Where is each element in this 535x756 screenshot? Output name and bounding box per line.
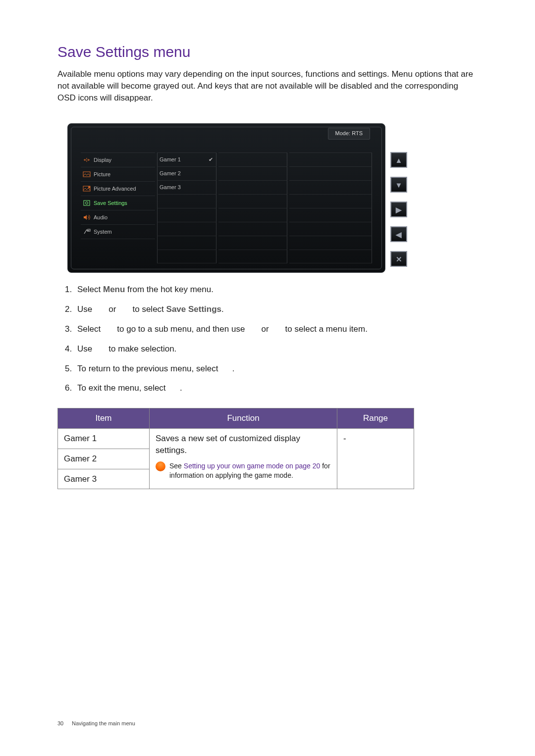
svg-point-2 <box>88 186 90 188</box>
table-header-function: Function <box>150 408 337 429</box>
osd-nav-label: Display <box>94 156 111 164</box>
cell-function: Saves a new set of customized display se… <box>150 428 337 489</box>
save-settings-keyword: Save Settings <box>166 304 222 314</box>
svg-point-4 <box>86 202 88 204</box>
osd-nav-display[interactable]: Display <box>81 152 155 167</box>
step-5: To return to the previous menu, select . <box>74 363 490 375</box>
cross-ref-link[interactable]: Setting up your own game mode on page 20 <box>184 462 321 470</box>
table-header-item: Item <box>58 408 150 429</box>
page-footer: 30 Navigating the main menu <box>57 720 135 727</box>
footer-section: Navigating the main menu <box>72 720 135 726</box>
check-icon: ✔ <box>209 156 213 163</box>
svg-rect-3 <box>84 201 90 205</box>
osd-sub-label: Gamer 1 <box>160 156 181 163</box>
osd-screenshot: Mode: RTS Display Picture <box>67 123 490 273</box>
function-text: Saves a new set of customized display se… <box>156 434 300 455</box>
step-2: Use or to select Save Settings. <box>74 303 490 315</box>
step-3: Select to go to a sub menu, and then use… <box>74 323 490 335</box>
tip-icon <box>156 461 165 471</box>
step-4: Use to make selection. <box>74 343 490 355</box>
osd-sub-column: Gamer 1 ✔ Gamer 2 Gamer 3 <box>157 152 216 263</box>
osd-sub-gamer3[interactable]: Gamer 3 <box>157 181 216 195</box>
osd-nav-picture-advanced[interactable]: Picture Advanced <box>81 182 155 196</box>
osd-nav-label: Picture <box>94 171 110 178</box>
osd-sub-gamer1[interactable]: Gamer 1 ✔ <box>157 152 216 167</box>
display-icon <box>83 157 91 163</box>
system-icon <box>83 229 91 235</box>
osd-sub-gamer2[interactable]: Gamer 2 <box>157 167 216 181</box>
osd-nav-label: Picture Advanced <box>94 185 136 193</box>
osd-nav-label: System <box>94 228 112 236</box>
table-header-range: Range <box>337 408 414 429</box>
nav-up-button[interactable]: ▲ <box>390 152 407 168</box>
osd-nav-label: Audio <box>94 214 107 221</box>
nav-down-button[interactable]: ▼ <box>390 177 407 193</box>
osd-panel: Mode: RTS Display Picture <box>67 123 385 273</box>
osd-nav-save-settings[interactable]: Save Settings <box>81 196 155 210</box>
page-title: Save Settings menu <box>57 42 490 62</box>
picture-advanced-icon <box>83 186 91 192</box>
osd-nav-picture[interactable]: Picture <box>81 167 155 182</box>
page-number: 30 <box>57 720 70 727</box>
intro-paragraph: Available menu options may vary dependin… <box>57 68 474 103</box>
nav-close-button[interactable]: ✕ <box>390 251 407 267</box>
menu-keyword: Menu <box>103 285 125 294</box>
tip-row: See Setting up your own game mode on pag… <box>156 461 331 481</box>
svg-rect-0 <box>83 172 90 177</box>
cell-item: Gamer 3 <box>58 469 150 489</box>
cell-item: Gamer 2 <box>58 449 150 469</box>
step-1: Select Menu from the hot key menu. <box>74 284 490 296</box>
osd-nav-column: Display Picture Picture Advanced <box>81 152 155 263</box>
picture-icon <box>83 171 91 177</box>
cell-range: - <box>337 428 414 489</box>
osd-nav-system[interactable]: System <box>81 225 155 239</box>
save-icon <box>83 200 91 206</box>
cell-item: Gamer 1 <box>58 428 150 449</box>
osd-nav-label: Save Settings <box>94 200 127 207</box>
nav-right-button[interactable]: ▶ <box>390 202 407 217</box>
step-6: To exit the menu, select . <box>74 382 490 394</box>
osd-mode-badge: Mode: RTS <box>328 128 370 139</box>
steps-list: Select Menu from the hot key menu. Use o… <box>63 284 490 394</box>
table-row: Gamer 1 Saves a new set of customized di… <box>58 428 414 449</box>
nav-left-button[interactable]: ◀ <box>390 226 407 242</box>
osd-sub-label: Gamer 3 <box>160 184 181 191</box>
audio-icon <box>83 214 91 220</box>
osd-nav-audio[interactable]: Audio <box>81 210 155 225</box>
osd-sub-label: Gamer 2 <box>160 170 181 177</box>
osd-side-buttons: ▲ ▼ ▶ ◀ ✕ <box>390 123 408 273</box>
reference-table: Item Function Range Gamer 1 Saves a new … <box>57 408 414 489</box>
